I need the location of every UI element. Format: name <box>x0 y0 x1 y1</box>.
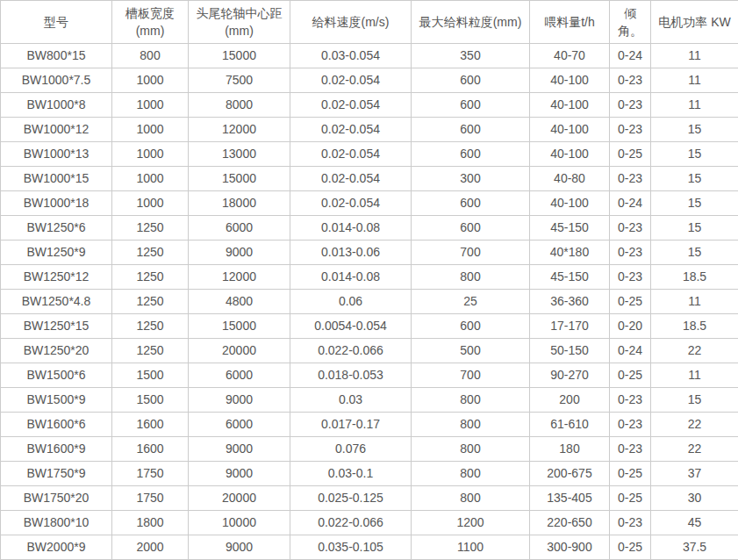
table-cell: 15 <box>651 167 738 191</box>
table-cell: 12000 <box>189 265 290 290</box>
table-cell: 300-900 <box>530 535 610 560</box>
table-row: BW1600*6160060000.017-0.1780061-6100-232… <box>1 413 738 437</box>
table-cell: 0-23 <box>610 167 651 191</box>
table-cell: 45-150 <box>530 216 610 241</box>
table-cell: 1250 <box>112 241 189 265</box>
table-cell: BW1250*4.8 <box>1 290 112 314</box>
table-cell: 800 <box>412 265 530 290</box>
table-cell: 7500 <box>189 68 290 93</box>
table-cell: BW1750*20 <box>1 486 112 511</box>
table-cell: 0.013-0.06 <box>290 241 412 265</box>
table-cell: 0-23 <box>610 388 651 413</box>
table-cell: 800 <box>112 44 189 68</box>
table-cell: 9000 <box>189 437 290 462</box>
table-cell: 45-150 <box>530 265 610 290</box>
table-cell: 15000 <box>189 314 290 339</box>
table-row: BW1250*201250200000.022-0.06650050-1500-… <box>1 339 738 363</box>
table-cell: 20000 <box>189 339 290 363</box>
table-cell: 8000 <box>189 93 290 118</box>
table-cell: 10000 <box>189 511 290 535</box>
table-cell: 0.014-0.08 <box>290 265 412 290</box>
table-row: BW1000*8100080000.02-0.05460040-1000-231… <box>1 93 738 118</box>
table-row: BW1000*7.5100075000.02-0.05460040-1000-2… <box>1 68 738 93</box>
spec-table: 型号槽板宽度(mm)头尾轮轴中心距(mm)给料速度(m/s)最大给料粒度(mm)… <box>0 0 738 560</box>
table-row: BW1000*121000120000.02-0.05460040-1000-2… <box>1 118 738 142</box>
table-cell: 40-100 <box>530 93 610 118</box>
table-row: BW1500*9150090000.038002000-2315 <box>1 388 738 413</box>
table-cell: 17-170 <box>530 314 610 339</box>
table-cell: 15 <box>651 241 738 265</box>
table-cell: BW1250*6 <box>1 216 112 241</box>
table-cell: 15 <box>651 191 738 216</box>
table-cell: BW1250*9 <box>1 241 112 265</box>
table-row: BW1250*121250120000.014-0.0880045-1500-2… <box>1 265 738 290</box>
table-cell: 800 <box>412 462 530 486</box>
table-cell: 200-675 <box>530 462 610 486</box>
table-cell: BW1600*6 <box>1 413 112 437</box>
table-cell: 1600 <box>112 437 189 462</box>
table-cell: 0-20 <box>610 314 651 339</box>
table-cell: 0-23 <box>610 68 651 93</box>
table-cell: 1800 <box>112 511 189 535</box>
table-cell: 40-100 <box>530 118 610 142</box>
table-cell: 0.035-0.105 <box>290 535 412 560</box>
table-row: BW1600*9160090000.0768001800-2322 <box>1 437 738 462</box>
table-cell: 500 <box>412 339 530 363</box>
table-cell: 0-25 <box>610 290 651 314</box>
table-cell: 40-70 <box>530 44 610 68</box>
table-cell: 0-23 <box>610 93 651 118</box>
table-cell: 135-405 <box>530 486 610 511</box>
table-cell: 40-80 <box>530 167 610 191</box>
table-cell: 300 <box>412 167 530 191</box>
table-cell: 15000 <box>189 167 290 191</box>
table-cell: 1500 <box>112 363 189 388</box>
table-cell: 1000 <box>112 142 189 167</box>
table-cell: 61-610 <box>530 413 610 437</box>
table-cell: 0.02-0.054 <box>290 142 412 167</box>
table-row: BW1800*101800100000.022-0.0661200220-650… <box>1 511 738 535</box>
table-cell: 1000 <box>112 93 189 118</box>
table-cell: 0-23 <box>610 511 651 535</box>
table-cell: 0.02-0.054 <box>290 68 412 93</box>
table-cell: 600 <box>412 142 530 167</box>
table-cell: 40-100 <box>530 191 610 216</box>
table-cell: 0.076 <box>290 437 412 462</box>
table-cell: 700 <box>412 363 530 388</box>
table-cell: 11 <box>651 44 738 68</box>
table-cell: 0.02-0.054 <box>290 167 412 191</box>
table-cell: 1750 <box>112 486 189 511</box>
table-cell: 0.03 <box>290 388 412 413</box>
table-cell: 0.022-0.066 <box>290 339 412 363</box>
table-row: BW1000*151000150000.02-0.05430040-800-23… <box>1 167 738 191</box>
table-cell: 9000 <box>189 241 290 265</box>
table-cell: 2000 <box>112 535 189 560</box>
table-cell: 22 <box>651 339 738 363</box>
table-cell: BW800*15 <box>1 44 112 68</box>
table-cell: 37 <box>651 462 738 486</box>
table-cell: 25 <box>412 290 530 314</box>
table-cell: 36-360 <box>530 290 610 314</box>
table-cell: 9000 <box>189 462 290 486</box>
table-cell: 0.018-0.053 <box>290 363 412 388</box>
table-cell: 1500 <box>112 388 189 413</box>
table-cell: 0-23 <box>610 413 651 437</box>
table-cell: 0-23 <box>610 437 651 462</box>
table-cell: 0.02-0.054 <box>290 191 412 216</box>
table-cell: 700 <box>412 241 530 265</box>
table-cell: 22 <box>651 413 738 437</box>
table-cell: 90-270 <box>530 363 610 388</box>
table-cell: BW1500*6 <box>1 363 112 388</box>
table-cell: 0-25 <box>610 142 651 167</box>
table-cell: 45 <box>651 511 738 535</box>
table-row: BW1500*6150060000.018-0.05370090-2700-25… <box>1 363 738 388</box>
table-row: BW1000*131000130000.02-0.05460040-1000-2… <box>1 142 738 167</box>
table-cell: 0-25 <box>610 462 651 486</box>
table-cell: 1250 <box>112 339 189 363</box>
table-row: BW1750*9175090000.03-0.1800200-6750-2537 <box>1 462 738 486</box>
table-row: BW800*15800150000.03-0.05435040-700-2411 <box>1 44 738 68</box>
table-cell: 0-25 <box>610 363 651 388</box>
table-cell: 600 <box>412 314 530 339</box>
table-cell: BW1000*12 <box>1 118 112 142</box>
table-cell: 4800 <box>189 290 290 314</box>
table-cell: 6000 <box>189 363 290 388</box>
